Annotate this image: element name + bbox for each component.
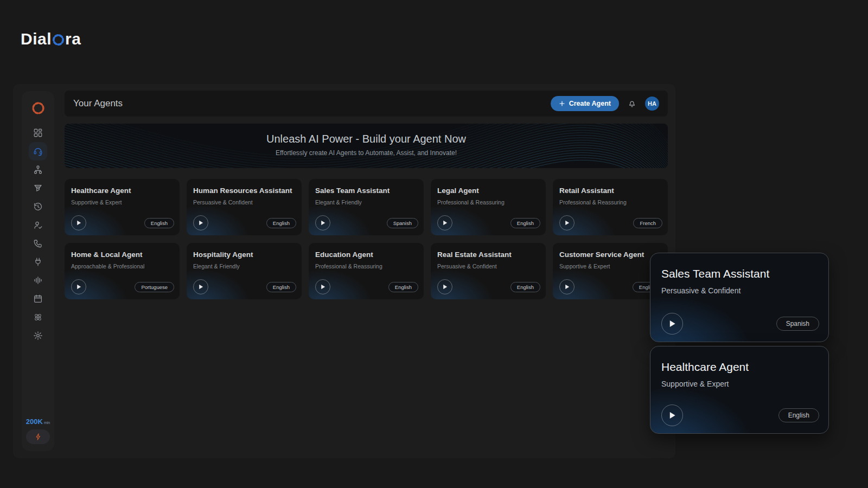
agent-name: Legal Agent <box>437 187 539 195</box>
agent-tone: Professional & Reassuring <box>559 199 661 206</box>
play-icon <box>199 284 203 290</box>
agent-card[interactable]: Real Estate Assistant Persuasive & Confi… <box>431 243 546 299</box>
play-icon <box>565 220 570 226</box>
play-button[interactable] <box>437 279 452 294</box>
app-logo-text-right: ra <box>65 30 81 48</box>
agent-name: Customer Service Agent <box>559 251 661 259</box>
agent-tone: Supportive & Expert <box>71 199 173 206</box>
agent-tone: Supportive & Expert <box>559 263 661 269</box>
agent-card[interactable]: Human Resources Assistant Persuasive & C… <box>187 179 302 235</box>
agent-tone: Elegant & Friendly <box>193 263 295 269</box>
plug-icon <box>33 257 43 267</box>
agent-card[interactable]: Home & Local Agent Approachable & Profes… <box>65 243 180 299</box>
play-button[interactable] <box>193 215 208 230</box>
agent-grid: Healthcare Agent Supportive & Expert Eng… <box>65 179 668 299</box>
boost-button[interactable] <box>26 429 50 444</box>
play-button[interactable] <box>559 279 575 294</box>
play-icon <box>443 284 448 290</box>
plus-icon <box>559 100 565 107</box>
sidebar-item-calendar[interactable] <box>29 290 47 308</box>
agent-card[interactable]: Education Agent Professional & Reassurin… <box>309 243 424 299</box>
sidebar-item-agents[interactable] <box>29 142 47 160</box>
funnel-icon <box>33 183 43 193</box>
play-button[interactable] <box>437 215 452 230</box>
sidebar-item-funnel[interactable] <box>29 179 47 197</box>
usage-amount: 200K <box>26 418 43 426</box>
sidebar-item-history[interactable] <box>29 197 47 216</box>
logo-dashed-circle-icon <box>52 34 65 46</box>
language-badge: French <box>633 218 662 228</box>
sidebar-item-workflow[interactable] <box>29 160 47 179</box>
play-button[interactable] <box>193 279 208 294</box>
atom-icon <box>33 312 43 322</box>
play-icon <box>199 220 203 226</box>
agent-tone: Professional & Reassuring <box>315 263 417 269</box>
app-logo-text-left: Dial <box>21 30 52 48</box>
play-button[interactable] <box>559 215 575 230</box>
agent-name: Education Agent <box>315 251 417 259</box>
language-badge: English <box>510 282 540 292</box>
sidebar-item-voice[interactable] <box>29 271 47 290</box>
user-check-icon <box>33 220 43 230</box>
user-avatar[interactable]: HA <box>645 97 659 111</box>
play-button[interactable] <box>315 215 330 230</box>
play-icon <box>76 220 81 226</box>
play-icon <box>76 284 81 290</box>
agent-card[interactable]: Sales Team Assistant Elegant & Friendly … <box>309 179 424 235</box>
history-clock-icon <box>33 202 43 211</box>
play-icon <box>669 412 676 419</box>
notifications-bell-icon[interactable] <box>627 99 637 108</box>
overlay-card-healthcare[interactable]: Healthcare Agent Supportive & Expert Eng… <box>650 346 829 434</box>
language-badge: Portuguese <box>135 282 174 292</box>
agent-tone: Elegant & Friendly <box>315 199 417 206</box>
play-button[interactable] <box>315 279 330 294</box>
agent-card[interactable]: Retail Assistant Professional & Reassuri… <box>553 179 668 235</box>
overlay-card-sales[interactable]: Sales Team Assistant Persuasive & Confid… <box>650 253 829 342</box>
agent-name: Home & Local Agent <box>71 251 173 259</box>
language-badge: English <box>266 282 296 292</box>
agent-name: Retail Assistant <box>559 187 661 195</box>
agent-name: Healthcare Agent <box>71 187 173 195</box>
agent-name: Real Estate Assistant <box>437 251 539 259</box>
waveform-icon <box>33 275 43 285</box>
agent-name: Hospitality Agent <box>193 251 295 259</box>
play-button[interactable] <box>661 404 683 426</box>
agent-name: Sales Team Assistant <box>315 187 417 195</box>
org-chart-icon <box>33 165 43 175</box>
play-button[interactable] <box>71 279 86 294</box>
main-panel: 200Kmin Your Agents Create Agent HA <box>13 84 675 458</box>
sidebar-item-contacts[interactable] <box>29 216 47 234</box>
overlay-agent-name: Healthcare Agent <box>661 361 818 374</box>
sidebar-item-calls[interactable] <box>29 234 47 253</box>
agent-name: Human Resources Assistant <box>193 187 295 195</box>
usage-unit: min <box>44 421 50 425</box>
gear-icon <box>33 331 43 341</box>
sidebar-item-dashboard[interactable] <box>29 124 47 142</box>
lightning-bolt-icon <box>34 433 42 441</box>
agent-card[interactable]: Healthcare Agent Supportive & Expert Eng… <box>65 179 180 235</box>
play-button[interactable] <box>661 313 683 335</box>
sidebar-item-settings[interactable] <box>29 326 47 345</box>
sidebar-item-models[interactable] <box>29 308 47 326</box>
sidebar-item-integrations[interactable] <box>29 253 47 271</box>
language-badge: English <box>510 218 540 228</box>
sidebar-logo-mark-icon <box>31 99 45 117</box>
overlay-agent-tone: Supportive & Expert <box>661 380 818 388</box>
agent-tone: Professional & Reassuring <box>437 199 539 206</box>
overlay-agent-tone: Persuasive & Confident <box>661 286 818 295</box>
phone-icon <box>33 239 43 248</box>
create-agent-button[interactable]: Create Agent <box>551 96 619 111</box>
language-badge: English <box>266 218 296 228</box>
play-icon <box>565 284 570 290</box>
play-icon <box>443 220 448 226</box>
calendar-icon <box>33 294 43 304</box>
banner-title: Unleash AI Power - Build your Agent Now <box>65 133 668 145</box>
agent-card[interactable]: Hospitality Agent Elegant & Friendly Eng… <box>187 243 302 299</box>
page-title: Your Agents <box>73 98 123 109</box>
banner-wave-pattern <box>65 124 668 168</box>
usage-minutes: 200Kmin <box>26 417 50 426</box>
language-badge: English <box>388 282 418 292</box>
play-button[interactable] <box>71 215 86 230</box>
agent-card[interactable]: Legal Agent Professional & Reassuring En… <box>431 179 546 235</box>
headset-icon <box>33 146 43 156</box>
